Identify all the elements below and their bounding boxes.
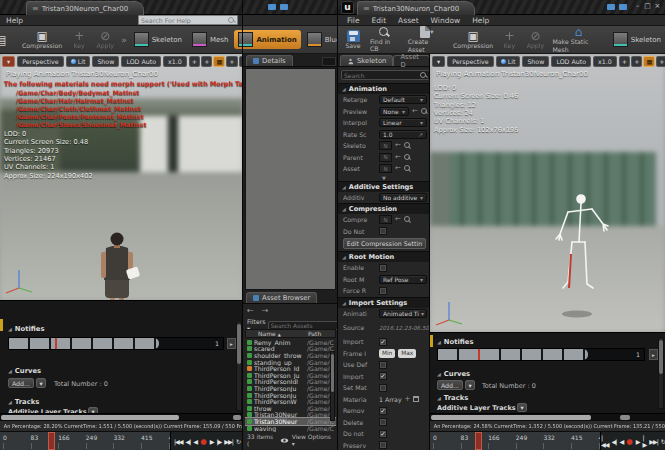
left-viewport[interactable]: ▾PerspectiveLitShowLOD Autox1.0++▦++ Pla… bbox=[0, 54, 243, 300]
vp-lod-auto-button[interactable]: LOD Auto bbox=[121, 56, 161, 67]
grid-snap-icon[interactable]: + bbox=[656, 56, 665, 67]
section-header-animation[interactable]: ◢Animation bbox=[338, 83, 430, 94]
panel-options-button[interactable] bbox=[322, 57, 336, 66]
mode-blueprint-button[interactable]: Blueprint bbox=[303, 30, 338, 49]
notifies-track[interactable]: 1 bbox=[8, 337, 224, 350]
tracks-header[interactable]: ◢ Tracks bbox=[437, 394, 468, 402]
vp-x1-0-button[interactable]: x1.0 bbox=[163, 56, 187, 67]
asset-reference-box[interactable]: N bbox=[379, 215, 392, 224]
step-back-button[interactable]: ◀| bbox=[185, 438, 192, 445]
right-timeline-scrollbar[interactable] bbox=[430, 413, 665, 420]
section-header-import-settings[interactable]: ◢Import Settings bbox=[338, 297, 430, 308]
section-header-additive-settings[interactable]: ◢Additive Settings bbox=[338, 181, 430, 192]
skeleton-mode-button[interactable]: Skeleton bbox=[609, 30, 665, 49]
create-asset-button[interactable]: ▾Create Asset bbox=[404, 26, 450, 54]
compression-button[interactable]: ▣Compression bbox=[450, 29, 497, 50]
column-header-path[interactable]: Path bbox=[308, 330, 335, 337]
property-input[interactable]: 1.0↗ bbox=[379, 130, 427, 139]
checkbox[interactable] bbox=[379, 264, 387, 272]
asset-browser-tab[interactable]: Asset Browser bbox=[246, 292, 317, 303]
section-header-root-motion[interactable]: ◢Root Motion bbox=[338, 251, 430, 262]
step-forward-button[interactable]: |▶ bbox=[215, 438, 222, 445]
asset-reference-box[interactable]: N bbox=[379, 141, 392, 150]
view-options-button[interactable]: View Options ▾ bbox=[292, 433, 335, 447]
vp-lod-auto-button[interactable]: LOD Auto bbox=[551, 56, 591, 67]
property-dropdown[interactable]: No additive▾ bbox=[379, 193, 427, 202]
translate-icon[interactable]: + bbox=[189, 56, 200, 67]
use-selected-icon[interactable]: ← bbox=[412, 108, 418, 115]
play-reverse-button[interactable]: ◀ bbox=[618, 438, 624, 445]
record-button[interactable]: ● bbox=[199, 437, 208, 446]
use-selected-icon[interactable]: ← bbox=[395, 165, 401, 172]
right-panel-scrollbar[interactable] bbox=[658, 337, 664, 409]
checkbox[interactable] bbox=[379, 361, 387, 369]
play-button[interactable]: ▶ bbox=[635, 438, 641, 445]
vp-show-button[interactable]: Show bbox=[522, 56, 549, 67]
skeleton-tree-tab[interactable]: Skeleton bbox=[340, 55, 393, 66]
checkbox[interactable]: ✓ bbox=[379, 430, 387, 438]
add-curve-button[interactable]: Add... bbox=[8, 378, 34, 388]
timeline-playhead[interactable] bbox=[48, 432, 55, 450]
vp-x1-0-button[interactable]: x1.0 bbox=[593, 56, 617, 67]
go-to-end-button[interactable]: ▶▶| bbox=[648, 438, 659, 445]
key-button[interactable]: +Key bbox=[496, 29, 522, 50]
left-timeline-ruler[interactable]: 083166249332415498 |◀◀◀|◀●▶|▶▶▶|↻ bbox=[0, 431, 243, 450]
vp-show-button[interactable]: Show bbox=[92, 56, 119, 67]
empty-array-icon[interactable] bbox=[413, 396, 419, 402]
help-bubble-icon[interactable] bbox=[280, 4, 288, 10]
right-timeline-ruler[interactable]: 083166249332415498 |◀◀◀|◀●▶|▶▶▶|↻ bbox=[430, 431, 665, 450]
details-tab[interactable]: Details bbox=[246, 55, 293, 66]
property-dropdown[interactable]: Animated Ti▾ bbox=[379, 309, 427, 318]
key-button[interactable]: +Key bbox=[66, 29, 92, 50]
notifies-track[interactable]: 1 bbox=[437, 348, 645, 361]
find-in-cb-button[interactable]: Find in CB bbox=[366, 26, 404, 53]
column-header-name[interactable]: Name ▲ bbox=[246, 330, 281, 337]
step-back-button[interactable]: ◀| bbox=[611, 438, 618, 445]
rotate-icon[interactable]: + bbox=[631, 56, 642, 67]
menu-help[interactable]: Help bbox=[466, 15, 495, 26]
property-dropdown[interactable]: None▾ bbox=[379, 107, 409, 116]
record-button[interactable]: ● bbox=[625, 437, 634, 446]
panel-divider[interactable] bbox=[429, 54, 430, 450]
play-button[interactable]: ▶ bbox=[209, 438, 215, 445]
go-to-start-button[interactable]: |◀◀ bbox=[173, 438, 184, 445]
property-dropdown[interactable]: Linear▾ bbox=[379, 118, 427, 127]
use-selected-icon[interactable]: ← bbox=[395, 142, 401, 149]
go-to-start-button[interactable]: |◀◀ bbox=[600, 434, 610, 448]
back-button[interactable]: ← bbox=[247, 306, 254, 315]
menu-file[interactable]: File bbox=[341, 15, 366, 26]
additive-tracks-dropdown[interactable]: ▾ bbox=[517, 403, 527, 412]
asset-details-tab[interactable]: Asset D bbox=[393, 55, 430, 66]
curves-header[interactable]: ◢ Curves bbox=[8, 367, 41, 375]
section-header-compression[interactable]: ◢Compression bbox=[338, 203, 430, 214]
use-selected-icon[interactable]: ← bbox=[395, 216, 401, 223]
notify-playhead[interactable] bbox=[478, 349, 480, 360]
property-search-box[interactable] bbox=[341, 70, 430, 80]
browse-icon[interactable] bbox=[404, 165, 411, 172]
checkbox[interactable] bbox=[379, 384, 387, 392]
asset-list-scrollbar[interactable] bbox=[330, 351, 335, 421]
use-selected-icon[interactable]: ← bbox=[395, 154, 401, 161]
browse-icon[interactable] bbox=[421, 108, 428, 115]
save-button[interactable]: Save bbox=[340, 29, 366, 50]
add-curve-button[interactable]: Add... bbox=[437, 380, 463, 390]
character-model[interactable] bbox=[86, 232, 150, 300]
max-value-box[interactable]: Max bbox=[398, 349, 416, 358]
mode-mesh-button[interactable]: Mesh bbox=[188, 30, 232, 49]
track-expand-button[interactable]: ▸ bbox=[649, 349, 658, 360]
edit-compression-button[interactable]: Edit Compression Settin bbox=[343, 238, 426, 249]
add-curve-dropdown[interactable]: ▾ bbox=[36, 378, 46, 388]
help-search-box[interactable] bbox=[138, 15, 238, 25]
add-curve-dropdown[interactable]: ▾ bbox=[465, 380, 475, 390]
view-options-eye-icon[interactable] bbox=[281, 438, 288, 442]
compression-button[interactable]: ▣Compression bbox=[18, 29, 66, 50]
checkbox[interactable] bbox=[379, 287, 387, 295]
asset-search-input[interactable] bbox=[271, 322, 346, 329]
left-timeline-scrollbar[interactable] bbox=[0, 413, 243, 420]
mode-animation-button[interactable]: Animation bbox=[234, 30, 300, 49]
skeleton-model[interactable] bbox=[535, 182, 625, 332]
viewport-options-button[interactable]: ▾ bbox=[2, 56, 15, 67]
forward-button[interactable]: → bbox=[262, 306, 269, 315]
step-forward-button[interactable]: |▶ bbox=[641, 434, 647, 448]
tab-menu-icon[interactable]: ≡ bbox=[363, 4, 370, 13]
